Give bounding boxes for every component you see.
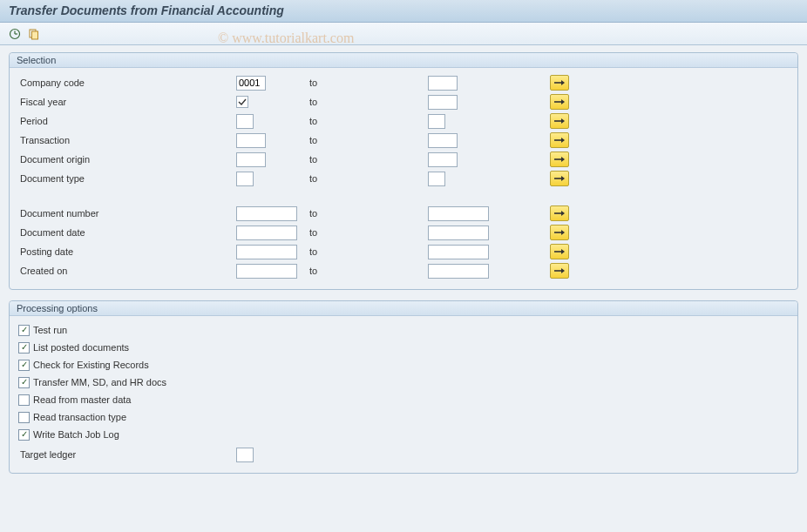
- svg-marker-12: [561, 138, 565, 143]
- to-label: to: [306, 97, 428, 107]
- input-from[interactable]: [236, 76, 266, 91]
- option-checkbox[interactable]: [18, 377, 30, 388]
- input-to[interactable]: [428, 133, 458, 148]
- selection-row: Periodto: [18, 111, 789, 131]
- to-label: to: [306, 173, 428, 184]
- group-header-selection: Selection: [10, 53, 797, 68]
- multiple-selection-button[interactable]: [550, 205, 569, 221]
- input-from[interactable]: [236, 114, 254, 129]
- multiple-selection-button[interactable]: [550, 225, 569, 240]
- to-label: to: [306, 154, 428, 165]
- fiscal-year-checkbox[interactable]: [236, 96, 248, 108]
- title-bar: Transfer Documents from Financial Accoun…: [0, 0, 807, 23]
- get-variant-button[interactable]: [26, 26, 42, 42]
- to-label: to: [306, 227, 428, 238]
- group-header-processing: Processing options: [10, 301, 797, 316]
- svg-marker-24: [561, 268, 565, 273]
- to-label: to: [306, 246, 428, 257]
- multiple-selection-button[interactable]: [550, 152, 569, 167]
- field-label: Document origin: [18, 154, 236, 165]
- multiple-selection-button[interactable]: [550, 94, 569, 110]
- selection-row: Fiscal yearto: [18, 92, 789, 111]
- svg-marker-20: [561, 230, 565, 235]
- input-from[interactable]: [236, 206, 297, 221]
- input-to[interactable]: [428, 245, 489, 259]
- field-label: Document number: [18, 208, 236, 219]
- input-to[interactable]: [428, 152, 458, 167]
- selection-row: Document originto: [18, 150, 789, 169]
- to-label: to: [306, 135, 428, 145]
- svg-marker-22: [561, 249, 565, 254]
- multiple-selection-button[interactable]: [550, 171, 569, 186]
- svg-marker-6: [561, 80, 565, 85]
- option-row: Read from master data: [18, 391, 789, 408]
- selection-row: Created onto: [18, 261, 789, 280]
- field-label: Document date: [18, 227, 236, 238]
- selection-row: Transactionto: [18, 131, 789, 150]
- selection-row: Document dateto: [18, 223, 789, 242]
- execute-button[interactable]: [7, 26, 23, 42]
- option-checkbox[interactable]: [18, 429, 30, 441]
- svg-rect-4: [32, 31, 38, 39]
- field-label: Posting date: [18, 246, 236, 257]
- svg-marker-10: [561, 118, 565, 124]
- option-row: Write Batch Job Log: [18, 426, 789, 443]
- option-row: Transfer MM, SD, and HR docs: [18, 374, 789, 391]
- svg-marker-18: [561, 211, 565, 216]
- input-from[interactable]: [236, 133, 266, 148]
- to-label: to: [306, 266, 428, 276]
- input-to[interactable]: [428, 114, 445, 129]
- option-checkbox[interactable]: [18, 342, 30, 354]
- input-from[interactable]: [236, 245, 297, 259]
- svg-marker-16: [561, 176, 565, 181]
- to-label: to: [306, 77, 428, 88]
- input-to[interactable]: [428, 226, 489, 240]
- content: Selection Company codetoFiscal yeartoPer…: [0, 45, 807, 491]
- selection-row: Document typeto: [18, 169, 789, 188]
- target-ledger-row: Target ledger: [18, 445, 789, 464]
- to-label: to: [306, 208, 428, 219]
- multiple-selection-button[interactable]: [550, 132, 569, 148]
- input-from[interactable]: [236, 152, 266, 167]
- option-label: Transfer MM, SD, and HR docs: [33, 377, 166, 387]
- option-label: List posted documents: [33, 342, 129, 353]
- selection-row: Posting dateto: [18, 242, 789, 261]
- option-label: Check for Existing Records: [33, 360, 149, 370]
- input-from[interactable]: [236, 264, 297, 279]
- input-to[interactable]: [428, 172, 445, 186]
- option-checkbox[interactable]: [18, 412, 30, 423]
- multiple-selection-button[interactable]: [550, 75, 569, 91]
- group-selection: Selection Company codetoFiscal yeartoPer…: [9, 52, 798, 290]
- input-from[interactable]: [236, 226, 297, 240]
- input-to[interactable]: [428, 264, 489, 279]
- option-row: Check for Existing Records: [18, 356, 789, 374]
- svg-marker-14: [561, 157, 565, 162]
- option-checkbox[interactable]: [18, 360, 30, 371]
- input-from[interactable]: [236, 172, 254, 186]
- field-label: Company code: [18, 77, 236, 88]
- to-label: to: [306, 116, 428, 126]
- field-label: Created on: [18, 266, 236, 276]
- selection-row: Company codeto: [18, 73, 789, 92]
- field-label: Transaction: [18, 135, 236, 145]
- multiple-selection-button[interactable]: [550, 263, 569, 279]
- option-row: List posted documents: [18, 339, 789, 356]
- field-label: Fiscal year: [18, 97, 236, 107]
- option-checkbox[interactable]: [18, 394, 30, 406]
- option-label: Read from master data: [33, 394, 132, 405]
- selection-row: Document numberto: [18, 204, 789, 223]
- input-to[interactable]: [428, 95, 458, 110]
- option-label: Write Batch Job Log: [33, 429, 119, 440]
- field-label: Document type: [18, 173, 236, 184]
- option-label: Read transaction type: [33, 412, 126, 422]
- option-checkbox[interactable]: [18, 325, 30, 336]
- svg-marker-8: [561, 99, 565, 104]
- multiple-selection-button[interactable]: [550, 244, 569, 259]
- target-ledger-input[interactable]: [236, 448, 254, 462]
- group-processing: Processing options Test runList posted d…: [9, 300, 798, 474]
- field-label: Period: [18, 116, 236, 126]
- input-to[interactable]: [428, 206, 489, 221]
- input-to[interactable]: [428, 76, 458, 91]
- multiple-selection-button[interactable]: [550, 113, 569, 129]
- toolbar: [0, 23, 807, 45]
